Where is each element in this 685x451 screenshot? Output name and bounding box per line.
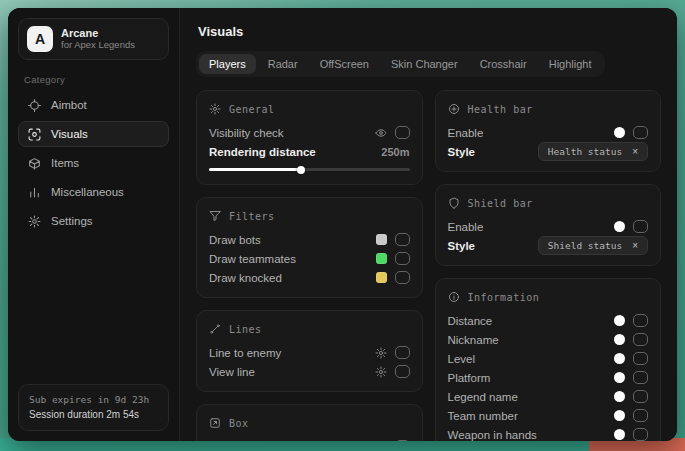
- checkbox[interactable]: [633, 352, 648, 365]
- row-controls: [614, 220, 648, 233]
- color-swatch[interactable]: [614, 334, 625, 345]
- checkbox[interactable]: [395, 346, 410, 359]
- app-titles: Arcane for Apex Legends: [61, 27, 138, 51]
- slider-thumb[interactable]: [297, 166, 305, 174]
- gear-icon: [209, 103, 221, 115]
- card-title: Shield bar: [468, 198, 533, 209]
- tab-offscreen[interactable]: OffScreen: [310, 54, 379, 74]
- sidebar-item-miscellaneous[interactable]: Miscellaneous: [18, 179, 169, 205]
- row-controls: [614, 390, 648, 403]
- app-name: Arcane: [61, 27, 138, 40]
- card-title: Filters: [229, 211, 275, 222]
- sidebar-item-visuals[interactable]: Visuals: [18, 121, 169, 147]
- color-swatch[interactable]: [614, 372, 625, 383]
- sidebar: A Arcane for Apex Legends Category Aimbo…: [8, 8, 180, 441]
- setting-row-style: StyleShield status×: [448, 236, 649, 255]
- funnel-icon: [209, 210, 221, 222]
- card-title: Lines: [229, 324, 262, 335]
- sidebar-item-label: Visuals: [51, 128, 88, 140]
- tab-highlight[interactable]: Highlight: [539, 54, 602, 74]
- row-controls: [614, 428, 648, 441]
- card-shield-bar: Shield barEnableStyleShield status×: [435, 184, 662, 266]
- row-label: Enable: [448, 221, 484, 233]
- card-information: InformationDistanceNicknameLevelPlatform…: [435, 278, 662, 441]
- checkbox[interactable]: [395, 252, 410, 265]
- card-title: Information: [468, 292, 540, 303]
- checkbox[interactable]: [633, 371, 648, 384]
- row-label: Nickname: [448, 334, 499, 346]
- color-swatch[interactable]: [614, 221, 625, 232]
- card-title: Health bar: [468, 104, 533, 115]
- row-controls: [614, 409, 648, 422]
- color-swatch[interactable]: [614, 353, 625, 364]
- sidebar-nav: AimbotVisualsItemsMiscellaneousSettings: [18, 92, 169, 234]
- row-label: Weapon in hands: [448, 429, 537, 441]
- card-general: GeneralVisibility checkRendering distanc…: [196, 90, 423, 185]
- row-controls: [614, 333, 648, 346]
- checkbox[interactable]: [395, 126, 410, 139]
- tab-players[interactable]: Players: [199, 54, 256, 74]
- color-swatch[interactable]: [614, 429, 625, 440]
- subscription-info: Sub expires in 9d 23h Session duration 2…: [18, 384, 169, 431]
- arcane-app-window: A Arcane for Apex Legends Category Aimbo…: [8, 8, 677, 441]
- row-label: Platform: [448, 372, 491, 384]
- clear-icon[interactable]: ×: [632, 241, 638, 251]
- checkbox[interactable]: [395, 440, 410, 441]
- sidebar-item-aimbot[interactable]: Aimbot: [18, 92, 169, 118]
- setting-row-distance: Distance: [448, 311, 649, 330]
- gear-icon[interactable]: [375, 366, 387, 378]
- slider-fill: [209, 168, 301, 171]
- setting-row-line-to-enemy: Line to enemy: [209, 343, 410, 362]
- crosshair-icon[interactable]: [146, 32, 160, 46]
- clear-icon[interactable]: ×: [632, 147, 638, 157]
- row-controls: [614, 314, 648, 327]
- tab-crosshair[interactable]: Crosshair: [470, 54, 537, 74]
- rendering-distance-slider[interactable]: [209, 164, 410, 174]
- color-swatch[interactable]: [376, 272, 387, 283]
- checkbox[interactable]: [633, 126, 648, 139]
- color-swatch[interactable]: [614, 315, 625, 326]
- sidebar-item-label: Items: [51, 157, 79, 169]
- checkbox[interactable]: [633, 333, 648, 346]
- app-header[interactable]: A Arcane for Apex Legends: [18, 18, 169, 60]
- style-select[interactable]: Health status×: [538, 142, 648, 161]
- row-label: Enable: [448, 127, 484, 139]
- row-label: Distance: [448, 315, 493, 327]
- card-filters: FiltersDraw botsDraw teammatesDraw knock…: [196, 197, 423, 298]
- info-icon: [448, 291, 460, 303]
- select-value: Health status: [548, 146, 622, 157]
- setting-row-view-line: View line: [209, 362, 410, 381]
- card-header: Lines: [209, 321, 410, 337]
- tab-radar[interactable]: Radar: [258, 54, 308, 74]
- checkbox[interactable]: [633, 314, 648, 327]
- app-subtitle: for Apex Legends: [61, 40, 138, 51]
- color-swatch[interactable]: [376, 234, 387, 245]
- checkbox[interactable]: [633, 409, 648, 422]
- checkbox[interactable]: [633, 220, 648, 233]
- checkbox[interactable]: [395, 233, 410, 246]
- sub-expires-text: Sub expires in 9d 23h: [29, 393, 158, 407]
- checkbox[interactable]: [633, 390, 648, 403]
- card-box: BoxEnableEnable background: [196, 404, 423, 441]
- color-swatch[interactable]: [614, 410, 625, 421]
- page-title: Visuals: [198, 24, 661, 39]
- tab-skin-changer[interactable]: Skin Changer: [381, 54, 468, 74]
- sidebar-item-settings[interactable]: Settings: [18, 208, 169, 234]
- style-select[interactable]: Shield status×: [538, 236, 648, 255]
- eye-icon[interactable]: [375, 127, 387, 139]
- setting-row-weapon-in-hands: Weapon in hands: [448, 425, 649, 441]
- row-controls: [376, 252, 410, 265]
- tab-bar: PlayersRadarOffScreenSkin ChangerCrossha…: [196, 51, 605, 77]
- color-swatch[interactable]: [614, 391, 625, 402]
- color-swatch[interactable]: [376, 253, 387, 264]
- left-column: GeneralVisibility checkRendering distanc…: [196, 90, 423, 441]
- row-label: Style: [448, 146, 476, 158]
- sidebar-item-items[interactable]: Items: [18, 150, 169, 176]
- checkbox[interactable]: [395, 365, 410, 378]
- gear-icon[interactable]: [375, 347, 387, 359]
- checkbox[interactable]: [633, 428, 648, 441]
- setting-row-draw-knocked: Draw knocked: [209, 268, 410, 287]
- checkbox[interactable]: [395, 271, 410, 284]
- row-controls: [376, 233, 410, 246]
- color-swatch[interactable]: [614, 127, 625, 138]
